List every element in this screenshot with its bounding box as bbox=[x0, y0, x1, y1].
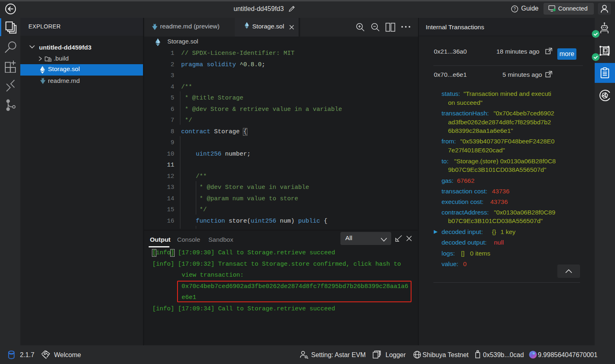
svg-text:?: ? bbox=[513, 6, 516, 11]
